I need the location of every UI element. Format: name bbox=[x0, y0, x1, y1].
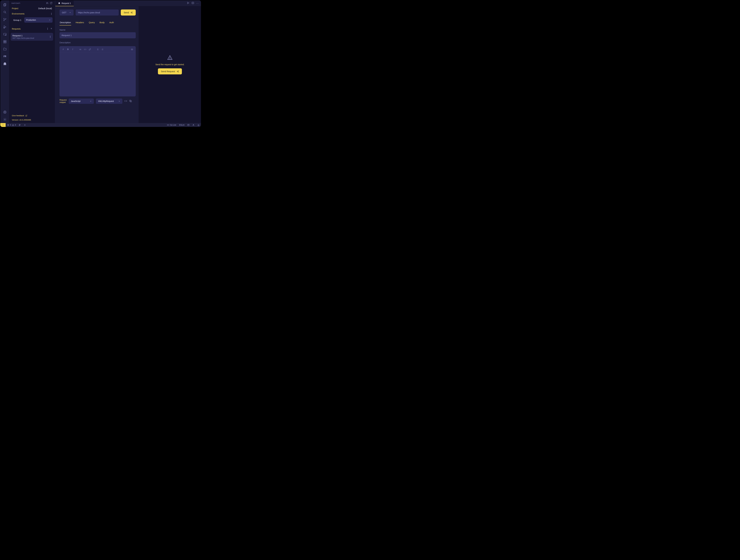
remote-explorer-icon[interactable] bbox=[1, 31, 8, 38]
snippet-language-select[interactable]: JavaScript bbox=[69, 99, 94, 104]
subtab-auth[interactable]: Auth bbox=[109, 20, 114, 25]
errors-count: 0 bbox=[10, 124, 11, 126]
svg-point-23 bbox=[59, 3, 59, 3]
panel-title: RAPIDAPI bbox=[12, 2, 20, 4]
new-request-icon[interactable] bbox=[50, 2, 53, 5]
svg-point-24 bbox=[59, 3, 60, 3]
fm-icon[interactable]: FM bbox=[1, 53, 8, 60]
svg-point-19 bbox=[4, 119, 5, 120]
chevron-down-icon bbox=[118, 100, 120, 102]
description-textarea[interactable] bbox=[60, 53, 136, 96]
status-bar: 0 0 Go Live ESLint bbox=[0, 123, 201, 127]
ghost-icon bbox=[58, 2, 60, 4]
give-feedback-link[interactable]: Give feedback bbox=[12, 114, 52, 117]
svg-rect-20 bbox=[50, 2, 52, 4]
editor-actions: ··· bbox=[187, 2, 201, 5]
editor-area: Request 1 ··· GET bbox=[55, 0, 201, 123]
heading-icon[interactable]: # bbox=[61, 47, 65, 51]
request-item-subtitle: GET https://echo.paw.cloud bbox=[12, 37, 34, 39]
url-input[interactable] bbox=[76, 9, 119, 15]
account-icon[interactable] bbox=[1, 109, 8, 116]
files-icon[interactable] bbox=[1, 1, 8, 8]
warnings-count: 0 bbox=[15, 124, 16, 126]
project-value: Default (local) bbox=[38, 7, 52, 10]
request-item[interactable]: Request 1 GET https://echo.paw.cloud bbox=[11, 33, 53, 41]
code-icon[interactable] bbox=[83, 47, 87, 51]
git-branch-icon[interactable] bbox=[1, 16, 8, 23]
snippet-library-select[interactable]: XMLHttpRequest bbox=[96, 99, 122, 104]
go-live-button[interactable]: Go Live bbox=[166, 123, 178, 127]
description-toolbar: # B I 66 bbox=[60, 46, 136, 53]
code-icon[interactable] bbox=[124, 100, 127, 103]
send-button[interactable]: Send bbox=[121, 9, 136, 15]
description-label: Description bbox=[60, 41, 136, 44]
status-layout-icon[interactable] bbox=[186, 123, 191, 127]
eslint-indicator[interactable]: ESLint bbox=[178, 123, 186, 127]
send-icon bbox=[177, 70, 179, 73]
status-debug-icon[interactable] bbox=[17, 123, 22, 127]
chevron-down-icon bbox=[69, 12, 71, 14]
svg-rect-1 bbox=[4, 4, 5, 6]
svg-point-51 bbox=[193, 124, 194, 125]
svg-rect-49 bbox=[188, 124, 189, 126]
remote-indicator[interactable] bbox=[0, 123, 6, 127]
method-select[interactable]: GET bbox=[60, 9, 74, 15]
svg-point-2 bbox=[4, 11, 5, 13]
subtab-headers[interactable]: Headers bbox=[75, 20, 84, 25]
environments-menu-icon[interactable] bbox=[50, 13, 53, 15]
preview-icon[interactable] bbox=[130, 47, 134, 51]
svg-point-48 bbox=[168, 125, 168, 125]
folder-icon[interactable] bbox=[1, 45, 8, 53]
italic-icon[interactable]: I bbox=[71, 47, 75, 51]
rapidapi-ghost-icon[interactable] bbox=[1, 61, 8, 68]
svg-point-6 bbox=[5, 18, 6, 19]
subtab-query[interactable]: Query bbox=[89, 20, 95, 25]
svg-point-43 bbox=[25, 125, 25, 125]
copy-icon[interactable] bbox=[129, 100, 132, 103]
svg-rect-12 bbox=[5, 40, 6, 41]
add-request-icon[interactable] bbox=[50, 27, 53, 30]
notifications-icon[interactable] bbox=[196, 123, 201, 127]
main-area: FM RAPIDAPI Project Def bbox=[0, 0, 201, 123]
name-input[interactable] bbox=[60, 32, 136, 38]
tab-request-1[interactable]: Request 1 bbox=[55, 0, 74, 6]
warning-icon bbox=[167, 55, 173, 61]
search-icon[interactable] bbox=[1, 9, 8, 16]
quote-icon[interactable]: 66 bbox=[78, 47, 82, 51]
settings-gear-icon[interactable] bbox=[1, 116, 8, 123]
problems-indicator[interactable]: 0 0 bbox=[6, 123, 17, 127]
project-row[interactable]: Project Default (local) bbox=[9, 6, 55, 12]
name-label: Name bbox=[60, 28, 136, 31]
bold-icon[interactable]: B bbox=[66, 47, 70, 51]
environment-group-row: Group 1 Production bbox=[9, 16, 55, 24]
run-icon[interactable] bbox=[187, 2, 189, 5]
link-icon[interactable] bbox=[88, 47, 92, 51]
svg-point-4 bbox=[4, 18, 4, 19]
library-icon[interactable] bbox=[46, 2, 49, 5]
chevron-down-icon bbox=[90, 100, 92, 102]
svg-marker-25 bbox=[188, 2, 189, 4]
svg-rect-13 bbox=[4, 42, 5, 43]
subtab-body[interactable]: Body bbox=[99, 20, 105, 25]
run-debug-icon[interactable] bbox=[1, 23, 8, 30]
svg-rect-9 bbox=[4, 33, 6, 35]
more-actions-icon[interactable]: ··· bbox=[196, 2, 199, 4]
response-message: Send the request to get started. bbox=[156, 63, 184, 66]
ordered-list-icon[interactable] bbox=[100, 47, 104, 51]
environment-select[interactable]: Production bbox=[24, 17, 53, 23]
request-subtabs: Description Headers Query Body Auth bbox=[60, 20, 136, 26]
subtab-description[interactable]: Description bbox=[60, 20, 71, 25]
send-request-button[interactable]: Send Request bbox=[158, 68, 182, 75]
status-target-icon[interactable] bbox=[22, 123, 27, 127]
status-person-icon[interactable] bbox=[191, 123, 196, 127]
tabs-row: Request 1 ··· bbox=[55, 0, 201, 6]
unordered-list-icon[interactable] bbox=[96, 47, 99, 51]
svg-line-3 bbox=[5, 13, 6, 13]
group-label[interactable]: Group 1 bbox=[12, 18, 23, 22]
requests-menu-icon[interactable] bbox=[46, 28, 49, 30]
extensions-icon[interactable] bbox=[1, 38, 8, 45]
split-editor-icon[interactable] bbox=[191, 2, 194, 5]
send-icon bbox=[130, 11, 133, 14]
request-panel: GET Send Description Headers Query bbox=[55, 6, 139, 123]
request-item-menu-icon[interactable] bbox=[49, 36, 52, 38]
